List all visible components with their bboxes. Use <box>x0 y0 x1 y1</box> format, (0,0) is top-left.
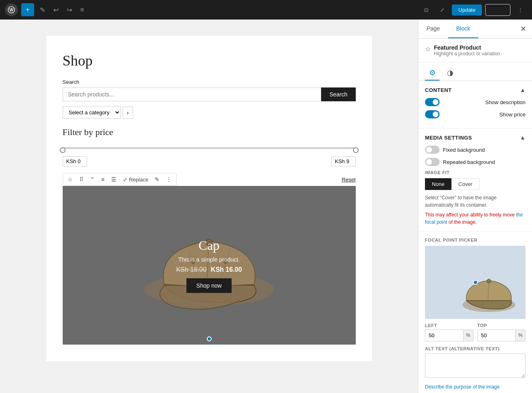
focal-inputs-row: LEFT % TOP % <box>425 323 525 341</box>
slider-handle-left[interactable] <box>60 147 66 153</box>
fit-warning: This may affect your ability to freely m… <box>425 211 525 226</box>
left-unit: % <box>463 330 473 341</box>
repeated-background-label: Repeated background <box>443 159 495 165</box>
block-align-left-button[interactable]: ≡ <box>99 174 107 185</box>
undo-button[interactable]: ↩ <box>51 4 61 16</box>
replace-crop-icon: ⤢ <box>123 177 127 183</box>
featured-product-block[interactable]: Cap This is a simple product. KSh 18.00 … <box>63 186 356 345</box>
add-block-button[interactable]: + <box>21 3 34 16</box>
view-button[interactable]: ⤢ <box>436 4 449 15</box>
block-drag-button[interactable]: ⠿ <box>77 174 86 185</box>
product-overlay: Cap This is a simple product. KSh 18.00 … <box>176 238 242 293</box>
block-move-button[interactable]: ⌃ <box>87 174 98 185</box>
category-arrow-button[interactable]: › <box>123 107 134 119</box>
price-min: KSh 0 <box>63 156 87 166</box>
focal-dot-picker[interactable] <box>473 280 478 285</box>
focal-picker[interactable] <box>425 246 525 319</box>
fit-warning-text1: This may affect your ability to freely m… <box>425 212 515 218</box>
feature-subtitle: Highlight a product or variation. <box>434 51 501 57</box>
image-fit-options: None Cover <box>425 178 525 190</box>
image-fit-label: IMAGE FIT <box>425 170 525 175</box>
show-description-toggle[interactable] <box>425 98 440 106</box>
price-slider[interactable] <box>63 144 356 152</box>
alt-text-input[interactable] <box>425 354 525 378</box>
settings-tab-style[interactable]: ◑ <box>443 66 458 81</box>
search-button[interactable]: Search <box>321 87 355 101</box>
media-section-title: Media settings <box>425 135 472 141</box>
fixed-background-toggle[interactable] <box>425 146 440 154</box>
top-input[interactable] <box>478 330 516 341</box>
price-slider-container: KSh 0 KSh 9 <box>63 144 356 166</box>
panel-close-button[interactable]: ✕ <box>514 21 532 37</box>
block-label-button[interactable]: Block <box>485 4 510 16</box>
editor-area: Shop Search Search Select a category › F… <box>0 20 418 393</box>
price-new: KSh 16.00 <box>211 266 242 273</box>
left-input[interactable] <box>425 330 463 341</box>
alt-text-label: ALT TEXT (ALTERNATIVE TEXT) <box>425 346 525 351</box>
fixed-background-row: Fixed background <box>425 146 525 154</box>
search-input[interactable] <box>63 87 322 101</box>
price-range-row: KSh 0 KSh 9 <box>63 156 356 166</box>
feature-title: Featured Product <box>434 44 501 51</box>
shop-now-button[interactable]: Shop now <box>186 278 231 293</box>
fit-cover-button[interactable]: Cover <box>451 178 479 190</box>
show-price-row: Show price <box>425 110 525 118</box>
top-label: TOP <box>477 323 526 328</box>
star-icon: ☆ <box>425 45 431 53</box>
content-section: Content ▲ Show description Show price <box>418 81 532 129</box>
category-row: Select a category › <box>63 106 356 119</box>
show-description-row: Show description <box>425 98 525 106</box>
product-description: This is a simple product. <box>176 256 242 263</box>
left-label: LEFT <box>425 323 473 328</box>
search-label: Search <box>63 79 356 85</box>
category-select[interactable]: Select a category <box>63 106 121 119</box>
right-panel: Page Block ✕ ☆ Featured Product Highligh… <box>418 20 532 393</box>
repeated-background-toggle[interactable] <box>425 158 440 166</box>
feature-info: Featured Product Highlight a product or … <box>434 44 501 57</box>
settings-tab-content[interactable]: ⚙ <box>425 66 440 81</box>
list-view-button[interactable]: ≡ <box>78 4 86 16</box>
tab-page[interactable]: Page <box>418 20 448 38</box>
show-description-label: Show description <box>485 99 525 105</box>
preview-button[interactable]: ⊡ <box>420 4 433 15</box>
filter-title: Filter by price <box>63 127 356 138</box>
editor-content: Shop Search Search Select a category › F… <box>46 36 372 361</box>
update-button[interactable]: Update <box>452 4 482 15</box>
tab-block[interactable]: Block <box>448 20 478 38</box>
slider-track <box>63 147 356 149</box>
block-edit-button[interactable]: ✎ <box>152 174 162 185</box>
svg-text:W: W <box>9 8 13 12</box>
main-toolbar: W + ✎ ↩ ↪ ≡ ⊡ ⤢ Update Block ⋮ <box>0 0 532 20</box>
fixed-background-label: Fixed background <box>443 147 485 153</box>
show-price-toggle[interactable] <box>425 110 440 118</box>
media-section-collapse[interactable]: ▲ <box>520 134 525 141</box>
block-favorite-button[interactable]: ☆ <box>65 174 76 185</box>
top-input-wrap: % <box>477 330 526 341</box>
focal-point-dot[interactable] <box>207 336 212 341</box>
block-more-button[interactable]: ⋮ <box>163 174 175 185</box>
content-section-title: Content <box>425 87 452 93</box>
top-input-group: TOP % <box>477 323 526 341</box>
focal-point-section: FOCAL POINT PICKER LEFT % <box>418 232 532 393</box>
product-name: Cap <box>176 238 242 253</box>
focal-label: FOCAL POINT PICKER <box>425 238 525 242</box>
price-old: KSh 18.00 <box>176 266 207 273</box>
content-section-collapse[interactable]: ▲ <box>520 87 525 93</box>
wp-logo: W <box>5 3 18 16</box>
top-unit: % <box>515 330 525 341</box>
price-max: KSh 9 <box>331 156 356 166</box>
fit-none-button[interactable]: None <box>425 178 451 190</box>
alt-text-link[interactable]: Describe the purpose of the image <box>425 384 499 390</box>
redo-button[interactable]: ↪ <box>64 4 74 16</box>
slider-handle-right[interactable] <box>353 147 359 153</box>
main-layout: Shop Search Search Select a category › F… <box>0 20 532 393</box>
left-input-group: LEFT % <box>425 323 473 341</box>
block-align-center-button[interactable]: ☰ <box>108 174 119 185</box>
options-button[interactable]: ⋮ <box>514 4 527 15</box>
left-input-wrap: % <box>425 330 473 341</box>
product-price: KSh 18.00 KSh 16.00 <box>176 266 242 273</box>
block-replace-button[interactable]: ⤢ Replace <box>120 175 151 185</box>
repeated-background-row: Repeated background <box>425 158 525 166</box>
tools-button[interactable]: ✎ <box>37 4 48 16</box>
reset-link[interactable]: Reset <box>342 177 356 183</box>
